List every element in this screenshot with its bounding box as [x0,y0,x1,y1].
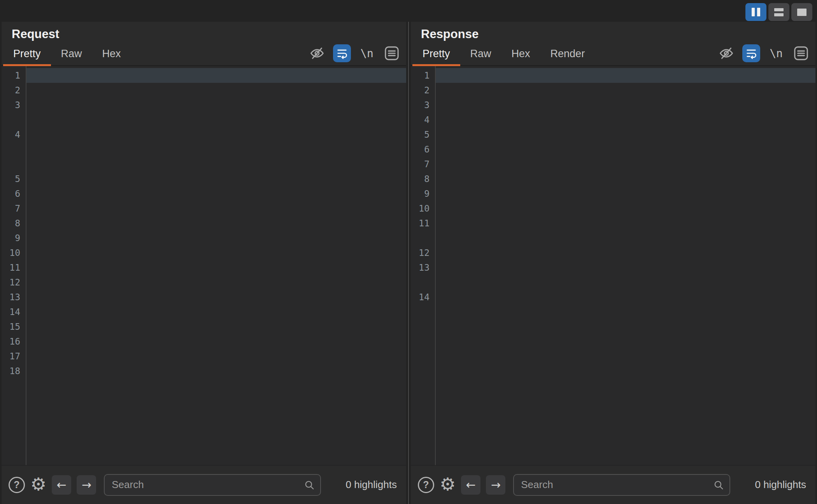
line-number: 1 [411,68,430,83]
line-number [2,112,20,127]
line-number: 5 [2,172,20,186]
response-panel-title: Response [421,27,815,41]
response-editor[interactable]: 1234567891011121314 [411,66,815,465]
code-line[interactable]: 8 [411,172,815,186]
code-line[interactable]: 2 [411,83,815,98]
code-line[interactable]: 9 [2,231,406,245]
line-number: 9 [2,231,20,245]
editor-menu-icon[interactable] [383,44,401,62]
search-icon [304,480,315,490]
tab-render[interactable]: Render [540,42,595,65]
square-icon [797,9,806,16]
request-search-input[interactable] [104,474,321,496]
layout-side-by-side-button[interactable] [745,3,766,21]
settings-gear-icon[interactable]: ⚙ [440,476,456,492]
show-newlines-toggle[interactable]: \n [767,44,785,62]
word-wrap-toggle[interactable] [333,44,351,62]
code-line[interactable]: 9 [411,186,815,201]
newline-glyph: \n [360,47,373,60]
code-line[interactable]: 18 [2,364,406,378]
tab-raw[interactable]: Raw [51,42,92,65]
settings-gear-icon[interactable]: ⚙ [30,476,46,492]
line-number: 4 [2,127,20,142]
window-layout-controls [745,3,812,21]
hide-nonprinting-icon[interactable] [308,44,326,62]
line-number [411,231,430,245]
line-number: 6 [2,186,20,201]
code-line[interactable] [2,157,406,172]
code-line[interactable]: 16 [2,334,406,349]
code-line[interactable]: 11 [411,216,815,231]
code-line[interactable]: 8 [2,216,406,231]
code-line[interactable]: 6 [411,142,815,157]
line-number: 6 [411,142,430,157]
code-line[interactable] [411,231,815,245]
line-number [411,275,430,290]
code-line[interactable]: 1 [2,68,406,83]
show-newlines-toggle[interactable]: \n [358,44,376,62]
response-searchbox [513,474,730,496]
response-search-input[interactable] [513,474,730,496]
request-footer: ? ⚙ ← → 0 highlights [2,465,406,504]
code-line[interactable]: 11 [2,260,406,275]
line-number: 10 [2,245,20,260]
search-previous-button[interactable]: ← [461,475,480,495]
code-line[interactable]: 10 [411,201,815,216]
search-previous-button[interactable]: ← [52,475,71,495]
search-next-button[interactable]: → [486,475,505,495]
code-line[interactable]: 12 [2,275,406,290]
response-tabs-row: PrettyRawHexRender [411,43,815,66]
help-icon[interactable]: ? [418,477,434,493]
editor-menu-icon[interactable] [792,44,810,62]
request-editor-toolbar: \n [308,44,401,62]
line-number: 16 [2,334,20,349]
code-line[interactable]: 17 [2,349,406,364]
tab-raw[interactable]: Raw [460,42,501,65]
tab-hex[interactable]: Hex [92,42,131,65]
layout-single-button[interactable] [791,3,812,21]
code-line[interactable] [2,142,406,157]
line-number: 7 [2,201,20,216]
code-line[interactable]: 2 [2,83,406,98]
code-line[interactable]: 7 [2,201,406,216]
line-number [2,142,20,157]
request-editor[interactable]: 123456789101112131415161718 [2,66,406,465]
line-number: 14 [411,290,430,304]
panel-divider[interactable] [408,22,409,504]
code-line[interactable]: 3 [2,98,406,112]
tab-hex[interactable]: Hex [501,42,540,65]
tab-pretty[interactable]: Pretty [3,42,51,65]
newline-glyph: \n [770,47,783,60]
search-next-button[interactable]: → [77,475,96,495]
hide-nonprinting-icon[interactable] [717,44,735,62]
code-line[interactable]: 5 [2,172,406,186]
code-line[interactable]: 14 [2,304,406,319]
code-line[interactable]: 4 [2,127,406,142]
code-line[interactable]: 10 [2,245,406,260]
code-line[interactable]: 12 [411,245,815,260]
response-panel: Response PrettyRawHexRender [411,22,815,504]
code-line[interactable]: 5 [411,127,815,142]
code-line[interactable]: 13 [2,290,406,304]
code-line[interactable] [2,112,406,127]
code-line[interactable]: 4 [411,112,815,127]
code-line[interactable]: 14 [411,290,815,304]
code-line[interactable]: 6 [2,186,406,201]
code-line[interactable]: 7 [411,157,815,172]
line-number: 8 [2,216,20,231]
code-line[interactable]: 1 [411,68,815,83]
word-wrap-toggle[interactable] [742,44,760,62]
line-number: 4 [411,112,430,127]
help-icon[interactable]: ? [9,477,25,493]
tab-pretty[interactable]: Pretty [412,42,460,65]
code-line[interactable]: 13 [411,260,815,275]
line-number [2,157,20,172]
line-number: 8 [411,172,430,186]
code-line[interactable]: 3 [411,98,815,112]
code-line[interactable] [411,275,815,290]
line-number: 3 [2,98,20,112]
layout-stacked-rows-button[interactable] [768,3,789,21]
line-number: 2 [411,83,430,98]
response-editor-toolbar: \n [717,44,810,62]
code-line[interactable]: 15 [2,319,406,334]
